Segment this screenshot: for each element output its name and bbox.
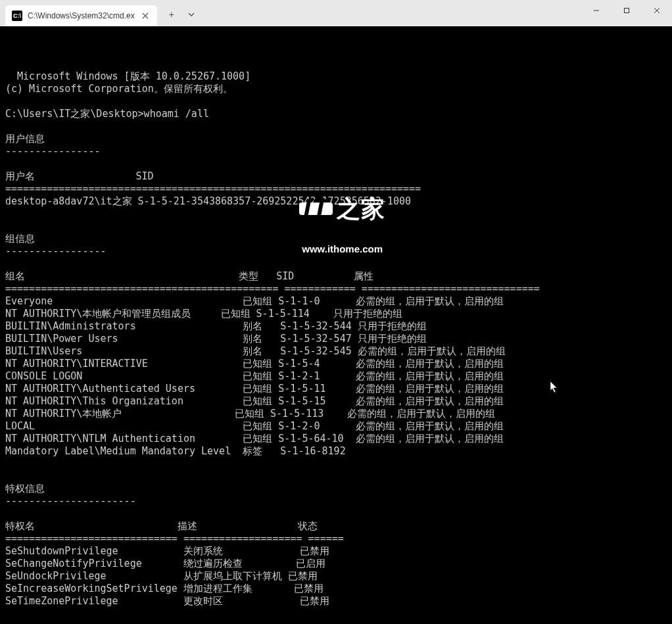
tab-title: C:\Windows\System32\cmd.ex	[28, 11, 135, 20]
watermark-url: www.ithome.com	[299, 243, 385, 255]
close-button[interactable]	[642, 0, 672, 21]
mouse-cursor-icon	[514, 368, 559, 410]
terminal-window: C:\ C:\Windows\System32\cmd.ex +	[0, 0, 672, 624]
minimize-button[interactable]	[581, 0, 612, 21]
window-controls	[581, 0, 672, 26]
titlebar: C:\ C:\Windows\System32\cmd.ex +	[0, 0, 672, 26]
cmd-icon: C:\	[12, 11, 22, 21]
terminal-output[interactable]: IT 之家 www.ithome.com Microsoft Windows […	[0, 26, 672, 624]
tab-close-button[interactable]	[140, 11, 151, 21]
terminal-text: Microsoft Windows [版本 10.0.25267.1000] (…	[5, 70, 540, 624]
tab-dropdown-button[interactable]	[182, 5, 201, 24]
maximize-button[interactable]	[612, 0, 642, 21]
tab-actions: +	[157, 5, 203, 26]
svg-rect-0	[625, 9, 629, 13]
new-tab-button[interactable]: +	[162, 5, 181, 24]
tab-cmd[interactable]: C:\ C:\Windows\System32\cmd.ex	[5, 5, 157, 26]
tabs-area: C:\ C:\Windows\System32\cmd.ex +	[0, 0, 203, 26]
